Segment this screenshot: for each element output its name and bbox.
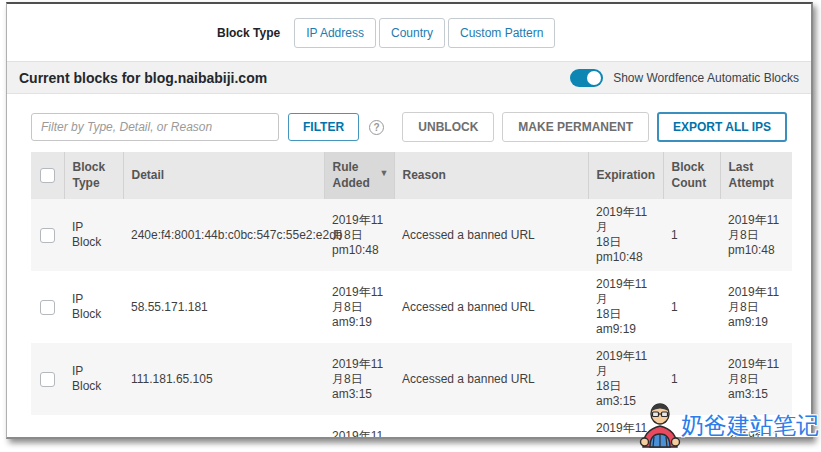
- cell-last-attempt: 2019年11 月8日 am9:19: [720, 271, 792, 343]
- cell-expiration: 2019年11月 18日 pm10:48: [588, 199, 663, 271]
- blocks-table: Block Type Detail Rule Added▼ Reason Exp…: [31, 152, 792, 439]
- cell-rule-added: 2019年11 月8日 am1:28: [324, 415, 394, 439]
- cell-block-type: IP Block: [64, 343, 123, 415]
- col-header-block-count[interactable]: Block Count: [663, 152, 720, 199]
- col-header-expiration[interactable]: Expiration: [588, 152, 663, 199]
- watermark-text: 奶爸建站笔记: [681, 410, 819, 441]
- unblock-button[interactable]: UNBLOCK: [402, 112, 494, 142]
- cell-reason: Accessed a banned URL: [394, 199, 588, 271]
- cell-block-type: IP Block: [64, 415, 123, 439]
- block-type-bar: Block Type IP Address Country Custom Pat…: [7, 4, 811, 61]
- show-automatic-blocks-toggle[interactable]: [570, 69, 603, 87]
- toggle-knob: [587, 71, 601, 85]
- row-checkbox[interactable]: [40, 372, 55, 387]
- col-header-detail[interactable]: Detail: [123, 152, 324, 199]
- cell-rule-added: 2019年11 月8日 pm10:48: [324, 199, 394, 271]
- watermark: 奶爸建站笔记: [639, 402, 819, 448]
- block-type-tabs: IP Address Country Custom Pattern: [294, 18, 555, 48]
- cell-expiration: 2019年11月 18日 am9:19: [588, 271, 663, 343]
- select-all-checkbox[interactable]: [40, 168, 55, 183]
- filter-input[interactable]: [31, 113, 279, 141]
- tab-country[interactable]: Country: [379, 18, 445, 48]
- col-header-reason[interactable]: Reason: [394, 152, 588, 199]
- cell-block-type: IP Block: [64, 199, 123, 271]
- sort-arrow-icon[interactable]: ▼: [380, 168, 389, 180]
- page-title: Current blocks for blog.naibabiji.com: [19, 70, 267, 86]
- col-header-last-attempt[interactable]: Last Attempt: [720, 152, 792, 199]
- make-permanent-button[interactable]: MAKE PERMANENT: [502, 112, 649, 142]
- toggle-label: Show Wordfence Automatic Blocks: [613, 71, 799, 85]
- tab-custom-pattern[interactable]: Custom Pattern: [448, 18, 555, 48]
- cell-reason: Accessed a banned URL: [394, 271, 588, 343]
- cell-detail: 111.181.65.105: [123, 343, 324, 415]
- export-all-ips-button[interactable]: EXPORT ALL IPS: [657, 112, 787, 142]
- cell-detail: 115.230.8.201: [123, 415, 324, 439]
- toolbar: FILTER ? UNBLOCK MAKE PERMANENT EXPORT A…: [31, 112, 787, 142]
- cell-rule-added: 2019年11 月8日 am3:15: [324, 343, 394, 415]
- col-header-rule-added[interactable]: Rule Added▼: [324, 152, 394, 199]
- dad-mascot-icon: [639, 402, 681, 448]
- table-header-row: Block Type Detail Rule Added▼ Reason Exp…: [31, 152, 792, 199]
- cell-detail: 58.55.171.181: [123, 271, 324, 343]
- cell-rule-added: 2019年11 月8日 am9:19: [324, 271, 394, 343]
- col-header-block-type[interactable]: Block Type: [64, 152, 123, 199]
- cell-reason: Accessed a banned URL: [394, 343, 588, 415]
- tab-ip-address[interactable]: IP Address: [294, 18, 376, 48]
- cell-last-attempt: 2019年11 月8日 pm10:48: [720, 199, 792, 271]
- cell-block-count: 1: [663, 271, 720, 343]
- help-icon[interactable]: ?: [369, 120, 384, 135]
- cell-block-count: 1: [663, 199, 720, 271]
- filter-button[interactable]: FILTER: [288, 113, 359, 141]
- title-band: Current blocks for blog.naibabiji.com Sh…: [7, 61, 811, 94]
- cell-block-type: IP Block: [64, 271, 123, 343]
- row-checkbox[interactable]: [40, 228, 55, 243]
- wordfence-blocks-panel: Block Type IP Address Country Custom Pat…: [6, 2, 813, 439]
- cell-detail: 240e:f4:8001:44b:c0bc:547c:55e2:e2db: [123, 199, 324, 271]
- table-row: IP Block 58.55.171.181 2019年11 月8日 am9:1…: [31, 271, 792, 343]
- cell-reason: Accessed a banned URL: [394, 415, 588, 439]
- block-type-label: Block Type: [217, 26, 280, 40]
- row-checkbox[interactable]: [40, 300, 55, 315]
- table-row: IP Block 240e:f4:8001:44b:c0bc:547c:55e2…: [31, 199, 792, 271]
